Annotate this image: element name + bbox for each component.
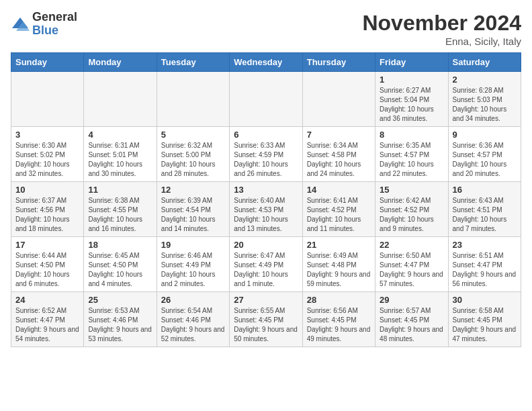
day-cell: 10Sunrise: 6:37 AMSunset: 4:56 PMDayligh… xyxy=(11,182,84,237)
day-info: Sunrise: 6:47 AMSunset: 4:49 PMDaylight:… xyxy=(234,251,298,289)
day-number: 14 xyxy=(307,185,371,195)
day-number: 3 xyxy=(15,130,79,140)
day-cell: 14Sunrise: 6:41 AMSunset: 4:52 PMDayligh… xyxy=(302,182,375,237)
day-cell: 18Sunrise: 6:45 AMSunset: 4:50 PMDayligh… xyxy=(84,237,157,292)
day-number: 17 xyxy=(15,240,79,250)
day-number: 30 xyxy=(453,295,517,305)
day-info: Sunrise: 6:43 AMSunset: 4:51 PMDaylight:… xyxy=(453,196,517,234)
day-number: 24 xyxy=(15,295,79,305)
day-info: Sunrise: 6:32 AMSunset: 5:00 PMDaylight:… xyxy=(161,141,225,179)
day-cell: 30Sunrise: 6:58 AMSunset: 4:45 PMDayligh… xyxy=(448,292,521,347)
day-header-monday: Monday xyxy=(84,53,157,72)
day-cell: 8Sunrise: 6:35 AMSunset: 4:57 PMDaylight… xyxy=(375,127,448,182)
day-info: Sunrise: 6:53 AMSunset: 4:46 PMDaylight:… xyxy=(88,306,152,344)
day-cell: 16Sunrise: 6:43 AMSunset: 4:51 PMDayligh… xyxy=(448,182,521,237)
day-info: Sunrise: 6:27 AMSunset: 5:04 PMDaylight:… xyxy=(380,86,443,124)
logo-blue: Blue xyxy=(32,24,77,38)
day-number: 23 xyxy=(453,240,517,250)
day-info: Sunrise: 6:33 AMSunset: 4:59 PMDaylight:… xyxy=(234,141,298,179)
month-title: November 2024 xyxy=(362,11,521,36)
day-number: 27 xyxy=(234,295,298,305)
day-number: 8 xyxy=(380,130,443,140)
day-info: Sunrise: 6:30 AMSunset: 5:02 PMDaylight:… xyxy=(15,141,79,179)
week-row-1: 1Sunrise: 6:27 AMSunset: 5:04 PMDaylight… xyxy=(11,72,521,127)
day-info: Sunrise: 6:42 AMSunset: 4:52 PMDaylight:… xyxy=(380,196,443,234)
day-info: Sunrise: 6:58 AMSunset: 4:45 PMDaylight:… xyxy=(453,306,517,344)
day-number: 18 xyxy=(88,240,152,250)
day-number: 16 xyxy=(453,185,517,195)
day-info: Sunrise: 6:57 AMSunset: 4:45 PMDaylight:… xyxy=(380,306,443,344)
day-cell: 9Sunrise: 6:36 AMSunset: 4:57 PMDaylight… xyxy=(448,127,521,182)
day-cell: 5Sunrise: 6:32 AMSunset: 5:00 PMDaylight… xyxy=(157,127,229,182)
day-header-saturday: Saturday xyxy=(448,53,521,72)
calendar-header-row: SundayMondayTuesdayWednesdayThursdayFrid… xyxy=(11,53,521,72)
day-info: Sunrise: 6:36 AMSunset: 4:57 PMDaylight:… xyxy=(453,141,517,179)
day-cell: 4Sunrise: 6:31 AMSunset: 5:01 PMDaylight… xyxy=(84,127,157,182)
logo: General Blue xyxy=(11,11,77,38)
day-cell xyxy=(84,72,157,127)
day-cell: 3Sunrise: 6:30 AMSunset: 5:02 PMDaylight… xyxy=(11,127,84,182)
day-number: 9 xyxy=(453,130,517,140)
day-cell: 24Sunrise: 6:52 AMSunset: 4:47 PMDayligh… xyxy=(11,292,84,347)
day-info: Sunrise: 6:44 AMSunset: 4:50 PMDaylight:… xyxy=(15,251,79,289)
page-header: General Blue November 2024 Enna, Sicily,… xyxy=(11,11,521,47)
day-cell xyxy=(11,72,84,127)
day-info: Sunrise: 6:35 AMSunset: 4:57 PMDaylight:… xyxy=(380,141,443,179)
day-info: Sunrise: 6:51 AMSunset: 4:47 PMDaylight:… xyxy=(453,251,517,289)
day-info: Sunrise: 6:34 AMSunset: 4:58 PMDaylight:… xyxy=(307,141,371,179)
day-info: Sunrise: 6:49 AMSunset: 4:48 PMDaylight:… xyxy=(307,251,371,289)
day-cell xyxy=(157,72,229,127)
day-header-sunday: Sunday xyxy=(11,53,84,72)
day-number: 20 xyxy=(234,240,298,250)
logo-icon xyxy=(11,15,30,34)
day-number: 5 xyxy=(161,130,225,140)
week-row-5: 24Sunrise: 6:52 AMSunset: 4:47 PMDayligh… xyxy=(11,292,521,347)
week-row-4: 17Sunrise: 6:44 AMSunset: 4:50 PMDayligh… xyxy=(11,237,521,292)
day-number: 10 xyxy=(15,185,79,195)
day-number: 22 xyxy=(380,240,443,250)
day-info: Sunrise: 6:31 AMSunset: 5:01 PMDaylight:… xyxy=(88,141,152,179)
week-row-2: 3Sunrise: 6:30 AMSunset: 5:02 PMDaylight… xyxy=(11,127,521,182)
day-number: 15 xyxy=(380,185,443,195)
day-number: 7 xyxy=(307,130,371,140)
day-header-thursday: Thursday xyxy=(302,53,375,72)
day-info: Sunrise: 6:38 AMSunset: 4:55 PMDaylight:… xyxy=(88,196,152,234)
day-cell: 28Sunrise: 6:56 AMSunset: 4:45 PMDayligh… xyxy=(302,292,375,347)
day-info: Sunrise: 6:39 AMSunset: 4:54 PMDaylight:… xyxy=(161,196,225,234)
day-info: Sunrise: 6:55 AMSunset: 4:45 PMDaylight:… xyxy=(234,306,298,344)
location: Enna, Sicily, Italy xyxy=(362,36,521,47)
day-info: Sunrise: 6:50 AMSunset: 4:47 PMDaylight:… xyxy=(380,251,443,289)
day-cell: 21Sunrise: 6:49 AMSunset: 4:48 PMDayligh… xyxy=(302,237,375,292)
day-info: Sunrise: 6:41 AMSunset: 4:52 PMDaylight:… xyxy=(307,196,371,234)
day-cell: 2Sunrise: 6:28 AMSunset: 5:03 PMDaylight… xyxy=(448,72,521,127)
day-cell: 12Sunrise: 6:39 AMSunset: 4:54 PMDayligh… xyxy=(157,182,229,237)
day-info: Sunrise: 6:52 AMSunset: 4:47 PMDaylight:… xyxy=(15,306,79,344)
day-cell: 29Sunrise: 6:57 AMSunset: 4:45 PMDayligh… xyxy=(375,292,448,347)
day-number: 25 xyxy=(88,295,152,305)
day-cell xyxy=(302,72,375,127)
week-row-3: 10Sunrise: 6:37 AMSunset: 4:56 PMDayligh… xyxy=(11,182,521,237)
day-cell: 1Sunrise: 6:27 AMSunset: 5:04 PMDaylight… xyxy=(375,72,448,127)
day-info: Sunrise: 6:40 AMSunset: 4:53 PMDaylight:… xyxy=(234,196,298,234)
day-info: Sunrise: 6:28 AMSunset: 5:03 PMDaylight:… xyxy=(453,86,517,124)
day-number: 28 xyxy=(307,295,371,305)
day-number: 4 xyxy=(88,130,152,140)
day-info: Sunrise: 6:56 AMSunset: 4:45 PMDaylight:… xyxy=(307,306,371,344)
title-block: November 2024 Enna, Sicily, Italy xyxy=(362,11,521,47)
day-cell: 11Sunrise: 6:38 AMSunset: 4:55 PMDayligh… xyxy=(84,182,157,237)
calendar-table: SundayMondayTuesdayWednesdayThursdayFrid… xyxy=(11,52,521,347)
day-header-wednesday: Wednesday xyxy=(230,53,302,72)
day-info: Sunrise: 6:37 AMSunset: 4:56 PMDaylight:… xyxy=(15,196,79,234)
day-cell: 19Sunrise: 6:46 AMSunset: 4:49 PMDayligh… xyxy=(157,237,229,292)
day-number: 6 xyxy=(234,130,298,140)
day-number: 29 xyxy=(380,295,443,305)
day-header-tuesday: Tuesday xyxy=(157,53,229,72)
day-number: 2 xyxy=(453,75,517,85)
day-cell: 13Sunrise: 6:40 AMSunset: 4:53 PMDayligh… xyxy=(230,182,302,237)
day-info: Sunrise: 6:46 AMSunset: 4:49 PMDaylight:… xyxy=(161,251,225,289)
day-number: 19 xyxy=(161,240,225,250)
logo-general: General xyxy=(32,11,77,24)
day-number: 13 xyxy=(234,185,298,195)
day-cell: 17Sunrise: 6:44 AMSunset: 4:50 PMDayligh… xyxy=(11,237,84,292)
day-number: 12 xyxy=(161,185,225,195)
